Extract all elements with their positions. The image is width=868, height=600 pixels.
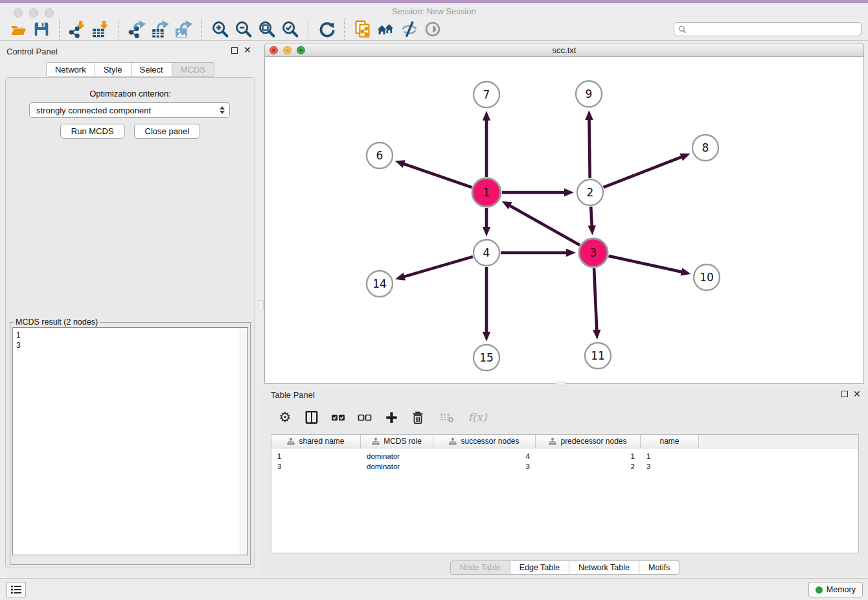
function-builder-button-disabled: f(x) bbox=[464, 408, 490, 426]
table-row[interactable]: 1dominator411 bbox=[271, 451, 858, 461]
graph-node-label: 3 bbox=[590, 246, 597, 259]
tab-edge-table[interactable]: Edge Table bbox=[510, 560, 569, 575]
tab-motifs[interactable]: Motifs bbox=[639, 560, 680, 575]
add-column-button[interactable] bbox=[382, 408, 400, 426]
table-cell[interactable]: dominator bbox=[361, 452, 433, 460]
toolbar-separator bbox=[308, 19, 309, 40]
tab-style[interactable]: Style bbox=[95, 62, 131, 77]
duplicate-network-view-button[interactable] bbox=[353, 19, 372, 39]
refresh-button[interactable] bbox=[317, 19, 336, 39]
export-network-button[interactable] bbox=[128, 19, 147, 39]
close-panel-button[interactable]: ✕ bbox=[244, 46, 251, 54]
table-header-row: shared name MCDS role successor nodes pr… bbox=[271, 435, 858, 448]
export-table-button[interactable] bbox=[151, 19, 170, 39]
fx-icon: f(x) bbox=[468, 411, 486, 424]
main-toolbar bbox=[0, 18, 868, 41]
zoom-out-button[interactable] bbox=[234, 19, 253, 39]
graph-node-label: 15 bbox=[479, 351, 494, 364]
import-table-button[interactable] bbox=[91, 19, 111, 39]
tab-mcds[interactable]: MCDS bbox=[172, 62, 214, 77]
export-image-button[interactable] bbox=[174, 19, 194, 39]
open-session-button[interactable] bbox=[8, 19, 28, 39]
table-cell[interactable]: 4 bbox=[433, 452, 536, 460]
close-panel-button-mcds[interactable]: Close panel bbox=[134, 124, 201, 139]
mcds-action-buttons: Run MCDS Close panel bbox=[6, 124, 255, 139]
edge-arrowhead-icon bbox=[566, 249, 576, 257]
graph-node-label: 6 bbox=[376, 149, 383, 162]
save-session-button[interactable] bbox=[32, 19, 51, 39]
tab-network[interactable]: Network bbox=[46, 62, 95, 77]
table-cell[interactable]: 1 bbox=[536, 452, 641, 460]
mcds-result-list[interactable]: 13 bbox=[12, 327, 248, 555]
network-graph[interactable]: 7968124314101511 bbox=[265, 57, 863, 382]
tab-node-table[interactable]: Node Table bbox=[450, 560, 510, 575]
network-search-field[interactable] bbox=[674, 22, 862, 36]
table-cell[interactable]: 3 bbox=[641, 463, 699, 470]
table-cell[interactable]: 3 bbox=[271, 463, 361, 470]
tab-network-table[interactable]: Network Table bbox=[569, 560, 639, 575]
zoom-in-button[interactable] bbox=[211, 19, 230, 39]
graph-edge[interactable] bbox=[402, 163, 472, 187]
run-mcds-button[interactable]: Run MCDS bbox=[60, 124, 125, 139]
fit-content-icon bbox=[258, 20, 276, 38]
zoom-selected-button[interactable] bbox=[280, 19, 300, 39]
homes-icon bbox=[376, 20, 396, 38]
result-scrollbar[interactable] bbox=[240, 328, 247, 555]
home-layout-button[interactable] bbox=[376, 19, 396, 39]
graph-edge[interactable] bbox=[508, 205, 580, 245]
fit-content-button[interactable] bbox=[257, 19, 277, 39]
network-view-title: scc.txt bbox=[265, 45, 863, 55]
tab-select[interactable]: Select bbox=[131, 62, 172, 77]
graph-edge[interactable] bbox=[591, 207, 592, 227]
show-log-button[interactable] bbox=[6, 582, 26, 597]
criterion-dropdown[interactable]: strongly connected component bbox=[29, 102, 230, 118]
graph-edge[interactable] bbox=[608, 256, 683, 272]
toggle-visibility-button[interactable] bbox=[423, 19, 442, 39]
table-body: 1dominator4113dominator323 bbox=[271, 448, 858, 472]
memory-button[interactable]: Memory bbox=[808, 582, 863, 597]
column-header-predecessor-nodes[interactable]: predecessor nodes bbox=[536, 435, 641, 448]
horizontal-splitter-grip[interactable] bbox=[556, 382, 565, 386]
column-header-shared-name[interactable]: shared name bbox=[271, 435, 361, 448]
graph-node-label: 10 bbox=[700, 271, 714, 284]
columns-icon bbox=[304, 410, 319, 424]
graph-edge[interactable] bbox=[403, 257, 473, 277]
search-input[interactable] bbox=[690, 24, 857, 34]
select-all-rows-button[interactable] bbox=[329, 408, 347, 426]
column-header-name[interactable]: name bbox=[641, 435, 699, 448]
vertical-splitter-grip[interactable] bbox=[258, 300, 264, 310]
table-cell[interactable]: 1 bbox=[641, 452, 699, 460]
table-cell[interactable]: dominator bbox=[361, 463, 433, 470]
table-row[interactable]: 3dominator323 bbox=[271, 461, 858, 472]
network-window-titlebar[interactable]: ✕ − + scc.txt bbox=[264, 43, 864, 57]
table-cell[interactable]: 3 bbox=[433, 463, 536, 470]
column-header-mcds-role[interactable]: MCDS role bbox=[361, 435, 433, 448]
close-table-panel-button[interactable]: ✕ bbox=[853, 390, 861, 398]
show-style-button[interactable] bbox=[400, 19, 419, 39]
column-type-icon bbox=[449, 437, 457, 445]
table-cell[interactable]: 2 bbox=[536, 463, 641, 470]
main-titlebar: Session: New Session bbox=[0, 3, 868, 18]
app-window: Session: New Session bbox=[0, 0, 868, 600]
control-panel: Control Panel ✕ Network Style Select MCD… bbox=[0, 41, 260, 577]
column-chooser-button[interactable] bbox=[303, 408, 321, 426]
graph-edge[interactable] bbox=[589, 118, 589, 178]
import-network-button[interactable] bbox=[68, 19, 87, 39]
zoom-selected-icon bbox=[281, 20, 299, 38]
search-icon bbox=[678, 25, 687, 34]
deselect-all-rows-button[interactable] bbox=[356, 408, 374, 426]
column-type-icon bbox=[372, 437, 380, 445]
table-settings-button[interactable]: ⚙ bbox=[276, 408, 294, 426]
control-panel-titlebar: Control Panel ✕ bbox=[0, 45, 260, 58]
optimization-criterion-label: Optimization criterion: bbox=[6, 89, 255, 98]
float-table-panel-button[interactable] bbox=[841, 391, 848, 397]
table-cell[interactable]: 1 bbox=[271, 452, 361, 460]
edge-arrowhead-icon bbox=[593, 330, 600, 340]
column-header-successor-nodes[interactable]: successor nodes bbox=[433, 435, 536, 448]
node-table[interactable]: shared name MCDS role successor nodes pr… bbox=[271, 434, 859, 553]
graph-edge[interactable] bbox=[594, 268, 597, 332]
delete-column-button[interactable] bbox=[409, 408, 427, 426]
graph-edge[interactable] bbox=[604, 156, 683, 187]
float-panel-button[interactable] bbox=[231, 47, 238, 54]
network-canvas[interactable]: 7968124314101511 bbox=[264, 57, 864, 384]
